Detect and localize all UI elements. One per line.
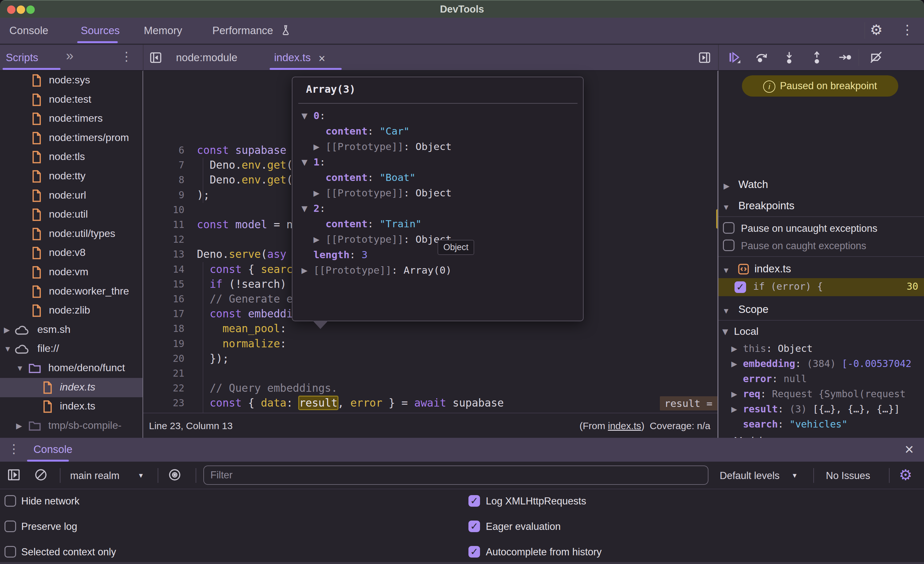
realm-caret-icon[interactable]: ▼ (138, 472, 144, 479)
live-expression-eye-icon[interactable] (167, 468, 182, 482)
tree-expand-icon[interactable]: ▼ (4, 344, 12, 353)
setting-label[interactable]: Selected context only (21, 546, 116, 558)
popup-row[interactable]: content: "Train" (302, 216, 422, 231)
tree-item-tmp-sb-compile-[interactable]: ▶tmp/sb-compile- (0, 416, 142, 436)
close-drawer-icon[interactable]: × (905, 441, 914, 458)
tree-item-node-tls[interactable]: node:tls (0, 147, 142, 167)
line-number[interactable]: 21 (143, 366, 184, 381)
bp-group-expand-icon[interactable]: ▼ (722, 266, 730, 275)
step-button[interactable] (837, 50, 852, 65)
tree-item-node-timers-prom[interactable]: node:timers/prom (0, 128, 142, 148)
tree-item-index-ts[interactable]: index.ts (0, 378, 142, 397)
line-number[interactable]: 22 (143, 381, 184, 396)
setting-checkbox-preserve-log[interactable] (4, 520, 16, 532)
tree-item-index-ts[interactable]: index.ts (0, 397, 142, 416)
setting-label[interactable]: Hide network (21, 495, 80, 507)
scope-entry[interactable]: ▶ this: Object (731, 341, 924, 356)
tree-expand-icon[interactable]: ▼ (16, 364, 24, 373)
tree-item-node-url[interactable]: node:url (0, 186, 142, 205)
close-editor-tab-icon[interactable]: × (318, 52, 325, 65)
tree-item-node-util[interactable]: node:util (0, 205, 142, 224)
tree-item-node-util-types[interactable]: node:util/types (0, 224, 142, 244)
popup-row[interactable]: content: "Car" (302, 123, 410, 138)
bp-file-name[interactable]: index.ts (754, 263, 791, 275)
pause-uncaught-label[interactable]: Pause on uncaught exceptions (741, 223, 878, 235)
popup-row[interactable]: ▶ [[Prototype]]: Object (302, 232, 452, 247)
tab-console[interactable]: Console (9, 18, 48, 42)
kebab-menu-icon[interactable]: ⋮ (901, 22, 914, 37)
popup-row[interactable]: length: 3 (302, 247, 368, 262)
tree-item-home-deno-funct[interactable]: ▼home/deno/funct (0, 359, 142, 378)
breakpoint-checkbox[interactable]: ✓ (735, 281, 746, 293)
console-sidebar-icon[interactable] (6, 468, 21, 482)
deactivate-breakpoints-button[interactable] (868, 50, 884, 65)
setting-label[interactable]: Log XMLHttpRequests (486, 495, 586, 507)
line-number[interactable]: 9 (143, 188, 184, 203)
realm-selector[interactable]: main realm (70, 470, 119, 481)
tab-scripts[interactable]: Scripts (6, 45, 38, 69)
editor-tab-node-module[interactable]: node:module (176, 45, 237, 69)
line-number[interactable]: 16 (143, 292, 184, 307)
step-into-button[interactable] (782, 50, 796, 65)
breakpoint-row[interactable]: ✓ if (error) { 30 (718, 278, 924, 296)
line-number[interactable]: 23 (143, 396, 184, 411)
from-file-link[interactable]: index.ts (608, 420, 641, 431)
line-number[interactable]: 8 (143, 173, 184, 187)
resume-button[interactable] (726, 50, 741, 65)
pause-uncaught-checkbox[interactable] (723, 222, 735, 234)
drawer-kebab-icon[interactable]: ⋮ (8, 442, 20, 456)
scope-entry[interactable]: ▶ result: (3) [{…}, {…}, {…}] (731, 402, 924, 417)
step-over-button[interactable] (754, 50, 769, 65)
issues-counter[interactable]: No Issues (826, 470, 870, 481)
tree-item-node-sys[interactable]: node:sys (0, 71, 142, 90)
settings-gear-icon[interactable]: ⚙ (870, 21, 882, 38)
step-out-button[interactable] (810, 50, 824, 65)
watch-expand-icon[interactable]: ▶ (724, 182, 729, 191)
levels-caret-icon[interactable]: ▼ (792, 472, 798, 479)
popup-row[interactable]: ▶ [[Prototype]]: Object (302, 139, 452, 154)
scope-entry[interactable]: ▶ embedding: (384) [-0.00537042 (731, 356, 924, 371)
pause-caught-label[interactable]: Pause on caught exceptions (741, 240, 866, 252)
line-number[interactable]: 10 (143, 203, 184, 217)
scope-entry[interactable]: search: "vehicles" (731, 417, 924, 432)
tree-item-node-test[interactable]: node:test (0, 90, 142, 110)
tree-item-file-[interactable]: ▼file:// (0, 339, 142, 359)
log-levels-selector[interactable]: Default levels (720, 470, 780, 481)
sidebar-kebab-icon[interactable]: ⋮ (120, 49, 132, 63)
tree-expand-icon[interactable]: ▶ (16, 421, 22, 430)
clear-console-icon[interactable] (33, 468, 48, 482)
tree-item-node-vm[interactable]: node:vm (0, 263, 142, 282)
setting-checkbox-autocomplete-from-history[interactable]: ✓ (468, 546, 480, 558)
line-number[interactable]: 11 (143, 217, 184, 232)
filter-input[interactable] (203, 465, 708, 485)
line-number[interactable]: 17 (143, 307, 184, 321)
tree-item-node-v8[interactable]: node:v8 (0, 244, 142, 263)
setting-label[interactable]: Autocomplete from history (486, 546, 602, 558)
popup-row[interactable]: ▶ [[Prototype]]: Object (302, 185, 452, 200)
breakpoints-section[interactable]: Breakpoints (738, 200, 794, 212)
tree-item-node-zlib[interactable]: node:zlib (0, 301, 142, 320)
line-number[interactable]: 12 (143, 232, 184, 247)
breakpoints-expand-icon[interactable]: ▼ (722, 203, 730, 212)
tree-item-node-timers[interactable]: node:timers (0, 109, 142, 128)
scope-entry[interactable]: ▼ Module (722, 433, 924, 438)
drawer-tab-console[interactable]: Console (33, 438, 72, 460)
line-number[interactable]: 18 (143, 321, 184, 336)
scope-entry[interactable]: ▼ Local (722, 324, 924, 339)
tab-performance[interactable]: Performance (212, 18, 273, 42)
scope-expand-icon[interactable]: ▼ (722, 307, 730, 316)
watch-section[interactable]: Watch (738, 178, 768, 191)
line-number[interactable]: 20 (143, 351, 184, 366)
setting-checkbox-hide-network[interactable] (4, 495, 16, 507)
scope-entry[interactable]: error: null (731, 371, 924, 386)
tab-memory[interactable]: Memory (144, 18, 182, 42)
scope-section[interactable]: Scope (738, 303, 769, 316)
tree-item-esm-sh[interactable]: ▶esm.sh (0, 320, 142, 340)
line-number[interactable]: 19 (143, 336, 184, 351)
popup-row[interactable]: ▼ 0: (302, 108, 326, 123)
line-number[interactable]: 6 (143, 143, 184, 158)
setting-checkbox-eager-evaluation[interactable]: ✓ (468, 520, 480, 532)
dock-left-icon[interactable] (148, 51, 163, 65)
console-settings-gear-icon[interactable]: ⚙ (899, 466, 912, 484)
tree-expand-icon[interactable]: ▶ (4, 325, 10, 334)
